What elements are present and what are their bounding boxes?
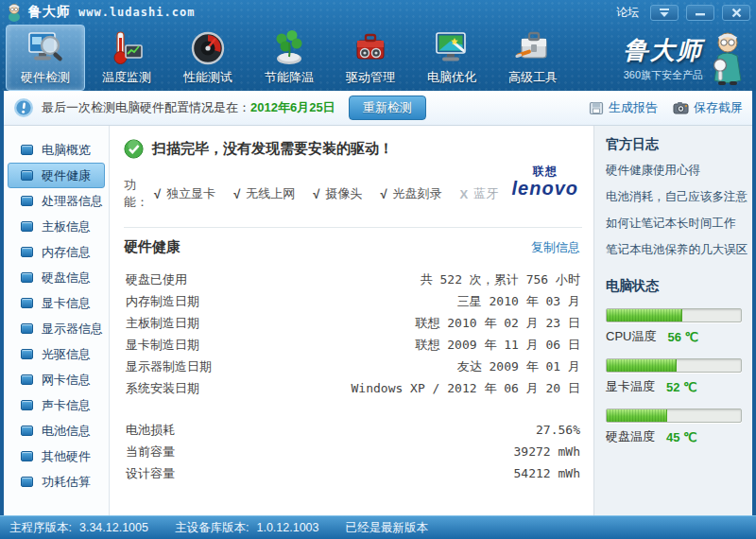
sidebar-item-label: 其他硬件 xyxy=(42,448,91,465)
last-scan-date: 2012年6月25日 xyxy=(250,100,335,114)
features-label: 功能： xyxy=(124,177,148,211)
tool-label: 高级工具 xyxy=(508,69,558,86)
sidebar-item-power-estimate[interactable]: 功耗估算 xyxy=(4,469,109,495)
meter-label-row: CPU温度56 ℃ xyxy=(606,328,742,345)
row-value: Windows XP / 2012 年 06 月 20 日 xyxy=(352,380,581,397)
section-header: 硬件健康 复制信息 xyxy=(124,238,582,256)
sidebar-item-label: 功耗估算 xyxy=(42,474,91,491)
check-mark: √ xyxy=(313,187,319,201)
brand-text: 鲁大师 360旗下安全产品 xyxy=(624,34,703,82)
sidebar-item-cpu-info[interactable]: 处理器信息 xyxy=(4,188,109,214)
table-row: 系统安装日期Windows XP / 2012 年 06 月 20 日 xyxy=(124,377,582,399)
clover-icon xyxy=(270,29,308,67)
sidebar-item-label: 光驱信息 xyxy=(42,346,91,363)
save-screenshot-label: 保存截屏 xyxy=(694,99,743,116)
log-item[interactable]: 硬件健康使用心得 xyxy=(606,157,742,183)
sidebar-item-motherboard-info[interactable]: 主板信息 xyxy=(4,214,109,239)
tab-temperature[interactable]: 温度监测 xyxy=(87,25,166,91)
skin-icon xyxy=(658,8,671,18)
square-bullet-icon xyxy=(21,272,33,283)
thermometer-icon xyxy=(108,29,146,67)
close-icon xyxy=(731,8,742,18)
feature-disc-burning: √光盘刻录 xyxy=(380,185,441,202)
meter-fill xyxy=(607,409,667,422)
update-status: 已经是最新版本 xyxy=(346,520,429,536)
tab-benchmark[interactable]: 性能测试 xyxy=(168,25,248,91)
tool-label: 温度监测 xyxy=(102,69,151,86)
feature-bluetooth: X蓝牙 xyxy=(460,185,499,202)
sidebar-item-label: 主板信息 xyxy=(42,218,91,235)
optimize-monitor-icon xyxy=(433,29,471,67)
meter-name: 显卡温度 xyxy=(606,378,655,395)
meter-label-row: 硬盘温度45 ℃ xyxy=(606,428,742,445)
row-label: 主板制造日期 xyxy=(126,315,199,332)
sidebar-item-memory-info[interactable]: 内存信息 xyxy=(4,239,109,265)
rescan-button[interactable]: 重新检测 xyxy=(349,96,426,120)
sidebar-item-label: 电脑概览 xyxy=(42,142,91,159)
skin-menu-button[interactable] xyxy=(650,5,679,21)
mascot-icon xyxy=(6,3,23,22)
row-value: 三星 2010 年 03 月 xyxy=(457,293,580,310)
square-bullet-icon xyxy=(21,221,33,232)
feature-wireless: √无线上网 xyxy=(233,185,295,202)
hardware-scan-icon xyxy=(26,29,64,67)
meter-name: CPU温度 xyxy=(606,328,656,345)
row-label: 内存制造日期 xyxy=(126,293,199,310)
sidebar-item-label: 显卡信息 xyxy=(42,295,91,312)
sidebar-item-other-hardware[interactable]: 其他硬件 xyxy=(4,443,109,469)
meter-value: 52 ℃ xyxy=(666,380,697,394)
sidebar-item-sound-card-info[interactable]: 声卡信息 xyxy=(4,392,109,418)
minimize-icon xyxy=(695,8,706,17)
square-bullet-icon xyxy=(21,196,33,206)
scan-status: 扫描完毕，没有发现需要安装的驱动！ xyxy=(124,139,582,159)
app-url: www.ludashi.com xyxy=(78,6,195,19)
row-value: 联想 2009 年 11 月 06 日 xyxy=(415,337,580,354)
square-bullet-icon xyxy=(21,323,33,334)
log-item[interactable]: 电池消耗，自己应该多注意 xyxy=(606,183,742,210)
window-frame: 最后一次检测电脑硬件配置情况是在：2012年6月25日 重新检测 生成报告 保存… xyxy=(0,91,756,515)
minimize-button[interactable] xyxy=(686,5,714,21)
sidebar-item-pc-overview[interactable]: 电脑概览 xyxy=(4,137,109,163)
save-screenshot-link[interactable]: 保存截屏 xyxy=(673,99,743,116)
row-value: 友达 2009 年 01 月 xyxy=(457,358,580,375)
check-mark: √ xyxy=(233,187,240,201)
copy-info-link[interactable]: 复制信息 xyxy=(531,239,580,256)
log-item[interactable]: 如何让笔记本长时间工作 xyxy=(606,210,742,236)
sidebar-item-disk-info[interactable]: 硬盘信息 xyxy=(4,265,109,290)
main-version-label: 主程序版本: xyxy=(9,520,72,536)
divider xyxy=(124,227,582,228)
sidebar-item-label: 显示器信息 xyxy=(42,321,103,338)
sidebar-item-label: 电池信息 xyxy=(42,423,91,440)
tab-advanced-tools[interactable]: 高级工具 xyxy=(493,25,573,91)
sidebar-item-network-card-info[interactable]: 网卡信息 xyxy=(4,367,109,392)
tool-label: 硬件检测 xyxy=(21,69,70,86)
feature-camera: √摄像头 xyxy=(313,185,362,202)
sidebar-item-battery-info[interactable]: 电池信息 xyxy=(4,418,109,443)
square-bullet-icon xyxy=(21,374,33,385)
sidebar-item-label: 声卡信息 xyxy=(42,397,91,414)
row-value: 27.56% xyxy=(536,423,580,437)
meter-label-row: 显卡温度52 ℃ xyxy=(606,378,742,395)
tab-hardware-scan[interactable]: 硬件检测 xyxy=(6,25,85,91)
square-bullet-icon xyxy=(21,426,33,436)
generate-report-link[interactable]: 生成报告 xyxy=(589,99,658,116)
row-value: 联想 2010 年 02 月 23 日 xyxy=(415,315,580,332)
sidebar-item-monitor-info[interactable]: 显示器信息 xyxy=(4,316,109,341)
infobar: 最后一次检测电脑硬件配置情况是在：2012年6月25日 重新检测 生成报告 保存… xyxy=(4,91,752,126)
sidebar-item-optical-drive-info[interactable]: 光驱信息 xyxy=(4,341,109,367)
feature-name: 光盘刻录 xyxy=(393,185,442,202)
camera-icon xyxy=(673,101,689,114)
brand-area: 鲁大师 360旗下安全产品 xyxy=(624,25,750,91)
tab-pc-optimize[interactable]: 电脑优化 xyxy=(412,25,491,91)
db-version-label: 主设备库版本: xyxy=(175,520,249,536)
sidebar-item-hardware-health[interactable]: 硬件健康 xyxy=(8,163,105,188)
tab-power-saving[interactable]: 节能降温 xyxy=(249,25,329,91)
sidebar-item-label: 内存信息 xyxy=(42,244,91,261)
forum-link[interactable]: 论坛 xyxy=(616,5,639,21)
close-button[interactable] xyxy=(722,5,750,21)
sidebar-item-gpu-info[interactable]: 显卡信息 xyxy=(4,290,109,316)
log-item[interactable]: 笔记本电池保养的几大误区 xyxy=(606,236,742,263)
scan-message: 扫描完毕，没有发现需要安装的驱动！ xyxy=(152,140,393,158)
tab-driver-manager[interactable]: 驱动管理 xyxy=(331,25,410,91)
header: 鲁大师 www.ludashi.com 论坛 xyxy=(0,0,756,91)
